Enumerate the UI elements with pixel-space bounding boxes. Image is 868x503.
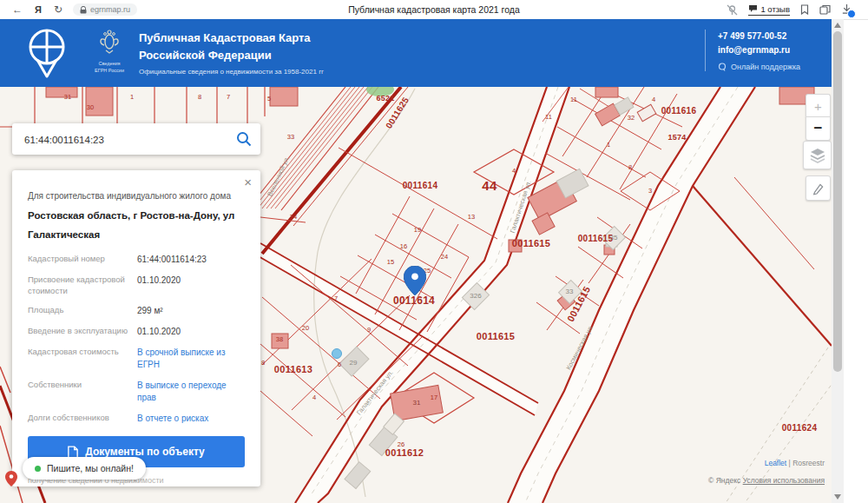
field-label: Присвоение кадастровой стоимости [28,275,137,297]
scrollbar-down-arrow[interactable] [834,494,841,500]
field-value-link[interactable]: В срочной выписке из ЕГРН [137,347,245,371]
download-badge [847,10,856,18]
yandex-browser-icon[interactable]: Я [35,4,42,15]
email-link[interactable]: info@egrnmap.ru [718,43,848,57]
search-input[interactable] [23,123,226,156]
field-label: Кадастровая стоимость [28,347,137,371]
field-value: 01.10.2020 [137,326,245,338]
download-button[interactable] [841,3,852,17]
provider-link[interactable]: Rosreestr [792,459,825,467]
field-label: Долги собственников [28,413,137,425]
field-label: Кадастровый номер [28,254,137,266]
emblem-caption: Сведения ЕГРН России [89,61,130,74]
map-attribution: Leaflet | Rosreestr [765,459,825,467]
chat-status-text: Пишите, мы онлайн! [47,463,134,473]
selected-parcel-pin-icon[interactable] [404,266,426,295]
field-value-link[interactable]: В отчете о рисках [137,413,245,425]
chat-pin-icon [5,471,17,486]
reviews-label: 1 отзыв [760,4,790,14]
refresh-icon[interactable]: ↻ [54,3,62,16]
address-bar[interactable]: egrnmap.ru [73,3,137,16]
layers-icon [809,148,826,163]
parcel-info-panel: × Для строительства индивидуального жило… [12,170,260,486]
site-subtitle: Официальные сведения о недвижимости за 1… [139,68,324,76]
url-text: egrnmap.ru [90,5,130,14]
collections-icon[interactable] [819,4,831,15]
close-icon[interactable]: × [244,175,252,189]
review-bubble-icon [748,4,758,13]
pin-disabled-icon[interactable] [727,4,738,16]
map-pin-logo-icon [23,26,71,80]
pond-dot [332,349,342,359]
measure-button[interactable] [806,175,831,201]
online-support-link[interactable]: Онлайн поддержка [718,63,848,71]
field-label: Введение в эксплуатацию [28,326,137,338]
pencil-icon [812,182,825,195]
page-scrollbar [832,19,844,503]
egrn-emblem: Сведения ЕГРН России [89,28,130,74]
browser-bar: ← Я ↻ egrnmap.ru Публичная кадастровая к… [0,0,868,20]
scrollbar-up-arrow[interactable] [834,23,841,28]
phone-number: +7 499 577-00-52 [718,30,848,43]
parcel-purpose: Для строительства индивидуального жилого… [28,191,245,201]
leaflet-link[interactable]: Leaflet [765,459,787,467]
reviews-button[interactable]: 1 отзыв [748,4,790,16]
parcel-address: Ростовская область, г Ростов-на-Дону, ул… [28,207,245,245]
field-value: 61:44:0011614:23 [137,254,245,266]
terms-link[interactable]: Условия использования [743,476,825,485]
screen: ← Я ↻ egrnmap.ru Публичная кадастровая к… [0,0,868,503]
field-value: 01.10.2020 [137,275,245,297]
header-contacts: +7 499 577-00-52 info@egrnmap.ru Онлайн … [705,30,848,71]
yandex-attribution: © Яндекс Условия использования [708,476,825,485]
back-icon[interactable]: ← [12,3,23,16]
field-value-link[interactable]: В выписке о переходе прав [137,380,245,404]
online-status-dot [35,466,41,472]
search-panel [12,123,260,155]
info-field-row: Площадь299 м² [28,305,245,317]
site-title: Публичная Кадастровая Карта Российской Ф… [139,30,311,63]
info-field-row: Присвоение кадастровой стоимости01.10.20… [28,275,245,297]
info-field-row: Кадастровый номер61:44:0011614:23 [28,254,245,266]
coat-of-arms-icon [96,28,122,56]
chat-widget[interactable]: Пишите, мы онлайн! [23,457,146,480]
layers-button[interactable] [803,141,832,169]
info-field-row: Кадастровая стоимостьВ срочной выписке и… [28,347,245,371]
field-value: 299 м² [137,305,245,317]
scrollbar-thumb[interactable] [833,31,842,372]
field-label: Площадь [28,305,137,317]
chat-icon [718,63,727,71]
site-header: Сведения ЕГРН России Публичная Кадастров… [0,19,832,87]
info-field-row: СобственникиВ выписке о переходе прав [28,380,245,404]
info-field-row: Введение в эксплуатацию01.10.2020 [28,326,245,338]
browser-actions: 1 отзыв [727,0,852,19]
zoom-out-button[interactable]: − [806,116,831,141]
info-field-row: Долги собственниковВ отчете о рисках [28,413,245,425]
field-label: Собственники [28,380,137,404]
bookmark-icon[interactable] [800,4,809,15]
search-icon[interactable] [236,131,252,147]
info-fields: Кадастровый номер61:44:0011614:23Присвое… [28,254,245,426]
zoom-in-button[interactable]: + [806,94,831,117]
lock-icon [80,6,87,14]
